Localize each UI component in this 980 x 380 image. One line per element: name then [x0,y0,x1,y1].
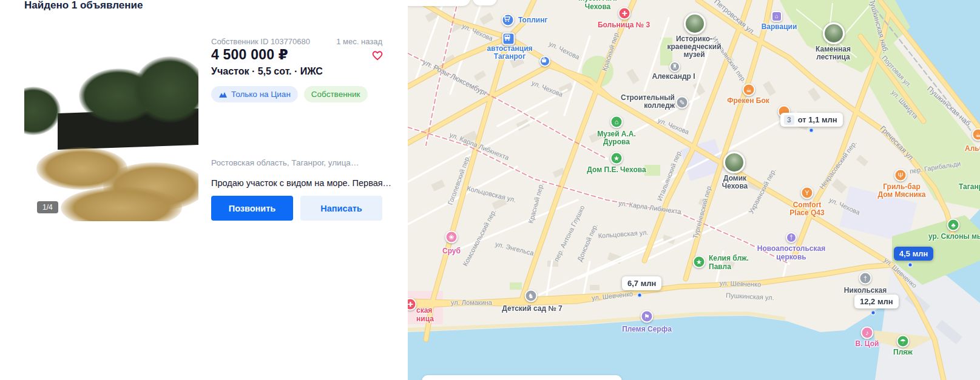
monument-icon: ♜ [669,61,680,72]
flower-shop-icon: ❀ [445,231,458,244]
poi-label-chekhov-house: Дом П.Е. Чехова [587,166,646,174]
page: Найдено 1 объявление 1/4 Собственник ID … [0,0,980,380]
poi-label-hospital-fragment: ница [416,315,434,323]
map-control-bottom[interactable] [422,375,622,380]
marker-count-badge: 3 [784,115,794,125]
price-marker[interactable]: 6,7 млн [622,276,661,290]
restaurant-icon: Ψ [894,169,907,182]
cafe-icon: ☕ [743,84,755,96]
poi-label-grill-bar: Дом Мясника [877,191,925,199]
nature-tree-icon: ♣ [947,219,960,232]
listing-dot[interactable] [809,128,814,133]
poi-label-college: Строительныйколледж [621,94,675,110]
poi-label-hospital-fragment: ская [416,307,432,315]
poi-label-beach: Пляж [893,348,913,356]
bus-station-icon [502,33,515,45]
poi-label-keliya: Келия блж. [709,255,749,262]
kindergarten-icon: ♞ [525,290,538,302]
poi-label-keliya: Павла [709,263,731,271]
listing-dot[interactable] [637,293,643,298]
photo-counter: 1/4 [37,201,58,213]
listing-location: Ростовская область, Таганрог, улица… [211,158,359,167]
badge-owner: Собственник [304,86,368,102]
beach-icon: ☂ [897,335,910,348]
price: 4 500 000 ₽ [211,47,288,63]
poi-label-freken-bok: Фрекен Бок [727,97,769,105]
poi-label-varvatsi: Варвации [762,23,797,31]
photo-tree [24,87,61,135]
call-button[interactable]: Позвонить [211,196,293,221]
poi-label-alexander: Александр I [652,73,695,81]
write-button[interactable]: Написать [300,196,382,221]
listing-dot[interactable] [871,310,876,316]
owner-id-meta: Собственник ID 103770680 [211,37,310,46]
poi-label-durov-museum: Дурова [603,138,630,146]
listing-title[interactable]: Участок · 5,5 сот. · ИЖС [211,66,323,77]
poi-label-new-apostolic: Новоапостольская [757,245,825,253]
poi-label-chekhov-domik: Чехова [722,182,748,190]
price-marker[interactable]: 12,2 млн [854,295,899,308]
church-cross-icon: † [859,272,872,285]
star-sight-icon: ★ [610,152,623,165]
poi-label-hospital3: Больница № 3 [598,21,650,29]
cian-logo-icon [218,91,228,98]
poi-label-kindergarten: Детский сад № 7 [502,305,563,313]
badge-only-on-cian: Только на Циан [211,86,298,102]
shop-basket-icon [539,56,550,67]
church-icon: † [786,232,797,243]
poi-label-taganrog-clipped: Таганр [959,183,980,191]
poi-label-nikolskaya: Никольская [844,287,887,295]
surf-club-icon: ⚑ [641,310,654,323]
museum-icon: ⌂ [610,116,623,128]
street-label: ул. Шевченко [720,279,762,288]
poi-label-bus-station: Таганрог [494,53,525,61]
hotel-icon: ⌂ [771,11,782,22]
street-label: ул. Ломакина [451,299,492,306]
poi-label-stone-stairs: лестница [816,53,850,61]
listing-description: Продаю участок с видом на море. Первая… [211,178,391,188]
results-count-header: Найдено 1 объявление [24,0,143,12]
listing-dot[interactable] [908,262,913,268]
stone-stairs-photo-icon [823,22,845,44]
poi-label-srub: Сруб [442,247,461,255]
history-museum-photo-icon [684,13,706,35]
bar-icon: Y [801,187,814,199]
listing-age: 1 мес. назад [336,37,382,46]
price-marker-group[interactable]: 3 от 1,1 млн [780,113,843,127]
hospital-cross-icon: ✚ [618,7,631,20]
price-marker-selected[interactable]: 4,5 млн [894,247,933,261]
poi-label-toplink: Топлинг [518,16,547,24]
poi-label-comfort-place: Place Q43 [789,209,824,217]
chekhov-domik-photo-icon [723,152,745,173]
poi-label-slopes: ур. Склоны мыса [928,233,980,241]
map-canvas[interactable]: ул. Чехова ул. Чехова ул. Чехова ул. Роз… [408,0,980,380]
poi-label-albatros-clipped: Альб [965,145,980,153]
college-icon: ✎ [676,96,689,109]
map-control-top-left[interactable] [408,0,470,6]
poi-label-chekhov-museum: Чехова [585,3,611,11]
poi-label-surf-tribe: Племя Серфа [622,325,672,333]
poi-label-tsoi: В. Цой [856,340,879,348]
poi-label-history-museum: музей [683,51,705,59]
music-bar-icon: ♪ [861,327,874,339]
supermarket-cart-icon [502,14,515,27]
favorite-heart-icon[interactable] [372,50,383,61]
cafe-icon-clipped: ☕ [972,128,980,141]
star-sight-icon: ★ [693,256,706,268]
poi-label-new-apostolic: церковь [776,253,806,261]
listing-photo[interactable]: 1/4 [24,32,198,221]
